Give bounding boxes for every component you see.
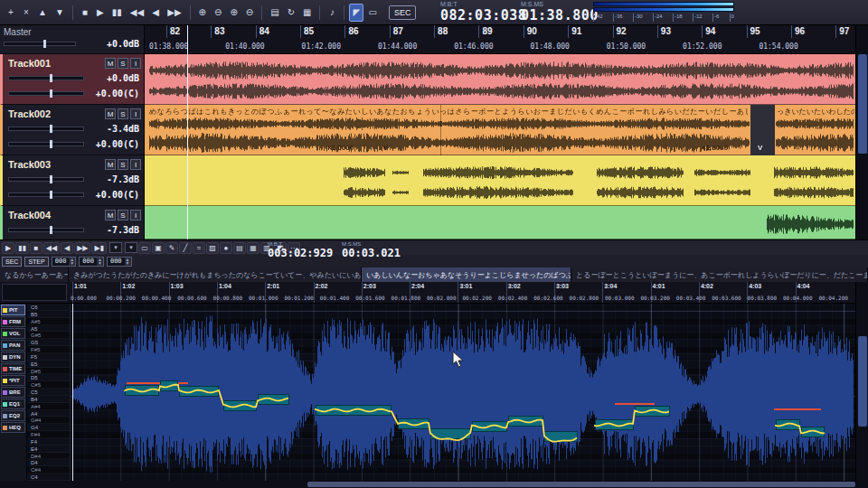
grid-view-icon[interactable]: ▦ (299, 4, 315, 22)
volume-fader[interactable] (8, 177, 84, 182)
zoom-out-horizontal-icon[interactable]: ⊖ (211, 4, 225, 22)
fast-forward-icon[interactable]: ▶▶ (164, 4, 184, 22)
item-select-tool-icon[interactable]: ▣ (152, 242, 165, 254)
track-header[interactable]: Track004MSI-7.3dB+0.00(C) (0, 206, 145, 239)
file-tab-2[interactable]: きみがつたうたがたのきみにーけがれもまちったのならこーていてー、やみたいにいあな… (69, 267, 362, 282)
input-monitor-button[interactable]: I (130, 159, 141, 170)
range-select-tool-icon[interactable]: ▭ (138, 242, 151, 254)
sec-mode-button[interactable]: SEC (389, 5, 417, 20)
horizontal-scrollbar[interactable] (0, 481, 868, 488)
solo-button[interactable]: S (118, 58, 128, 69)
pan-fader[interactable] (8, 91, 84, 96)
move-up-icon[interactable]: ▲ (34, 4, 51, 22)
add-track-icon[interactable]: + (4, 4, 18, 22)
param-time-button[interactable]: TIME (1, 363, 25, 374)
go-to-start-icon[interactable]: ◀◀ (127, 4, 147, 22)
zoom-out-vertical-icon[interactable]: ⊖ (242, 4, 257, 22)
go-to-start-icon[interactable]: ◀◀ (43, 242, 60, 254)
step-unit-button[interactable]: STEP (24, 257, 48, 267)
tracks-vertical-scrollbar[interactable] (855, 25, 868, 239)
pan-fader[interactable] (8, 142, 84, 146)
volume-fader[interactable] (8, 127, 84, 131)
solo-button[interactable]: S (118, 108, 128, 119)
param-color-swatch (3, 426, 7, 430)
param-dyn-button[interactable]: DYN (1, 352, 25, 362)
track-header[interactable]: Track002MSI-3.4dB+0.00(C) (0, 105, 145, 155)
value-spinner[interactable]: 000▲▼ (79, 257, 104, 267)
file-tab-3[interactable]: いあしいんなーおちゃあなそうりーよこじらませったのばつふーれって、なみたいいてあ… (362, 267, 571, 282)
param-xpit-button[interactable]: *PIT (1, 375, 25, 386)
zoom-in-horizontal-icon[interactable]: ⊕ (195, 4, 210, 22)
param-eq1-button[interactable]: EQ1 (1, 399, 25, 409)
pitch-editor-canvas[interactable] (71, 304, 855, 481)
file-tab-4[interactable]: とるーぼーとこうといぼーまうにー、あこーボーれしようらいぼーだりにー、だたこーま… (571, 267, 868, 282)
master-track-header[interactable]: Master +0.0dB (0, 25, 145, 54)
volume-fader[interactable] (8, 76, 84, 80)
piano-roll-view-icon[interactable]: ▤ (267, 4, 282, 22)
zoom-in-vertical-icon[interactable]: ⊕ (226, 4, 241, 22)
editor-scrollbar-thumb[interactable] (858, 336, 867, 427)
pause-icon[interactable]: ▮▮ (108, 4, 126, 22)
input-monitor-button[interactable]: I (130, 108, 141, 119)
input-monitor-button[interactable]: I (130, 58, 141, 69)
solo-button[interactable]: S (118, 159, 128, 170)
spinner-arrows[interactable]: ▲▼ (97, 258, 103, 266)
unit-dropdown[interactable]: ▾ (125, 242, 137, 253)
spinner-arrows[interactable]: ▲▼ (69, 258, 75, 266)
param-eq2-button[interactable]: EQ2 (1, 410, 25, 421)
loop-toggle-icon[interactable]: ↻ (284, 4, 298, 22)
grid-toggle-icon[interactable]: ▦ (247, 242, 259, 254)
stop-icon[interactable]: ■ (30, 242, 42, 254)
pointer-tool-icon[interactable]: ◤ (349, 4, 363, 22)
param-pit-button[interactable]: PIT (1, 305, 25, 315)
dot-tool-icon[interactable]: ● (220, 242, 232, 254)
editor-ruler[interactable]: 1:011:021:031:042:012:022:032:043:013:02… (0, 282, 868, 304)
param-bre-button[interactable]: BRE (1, 387, 25, 398)
param-heq-button[interactable]: HEQ (1, 422, 25, 433)
timeline-ruler[interactable]: 8283848586878889909192939495969701:38.00… (145, 25, 855, 54)
value-spinner[interactable]: 000▲▼ (107, 257, 132, 267)
step-forward-icon[interactable]: ▶▶ (74, 242, 90, 254)
remove-track-icon[interactable]: × (19, 4, 33, 22)
pencil-tool-icon[interactable]: ✎ (165, 242, 178, 254)
go-to-end-icon[interactable]: ▶▮ (91, 242, 107, 254)
move-down-icon[interactable]: ▼ (52, 4, 68, 22)
param-vol-button[interactable]: VOL (1, 328, 25, 339)
snap-toggle-icon[interactable]: ▤ (233, 242, 246, 254)
solo-button[interactable]: S (118, 210, 128, 221)
master-volume-fader[interactable] (4, 42, 76, 46)
horizontal-scrollbar-thumb[interactable] (307, 482, 855, 487)
line-tool-icon[interactable]: ╱ (179, 242, 192, 254)
mute-button[interactable]: M (105, 159, 116, 170)
mute-button[interactable]: M (105, 108, 116, 119)
input-monitor-button[interactable]: I (130, 210, 141, 221)
track-header[interactable]: Track001MSI+0.0dB+0.00(C) (0, 54, 145, 105)
step-back-icon[interactable]: ◀ (148, 4, 163, 22)
sec-unit-button[interactable]: SEC (2, 257, 22, 267)
param-pan-button[interactable]: PAN (1, 340, 25, 351)
play-icon[interactable]: ▶ (93, 4, 108, 22)
editor-time-label: 00:03.000 (605, 295, 635, 301)
snap-dropdown[interactable]: ▾ (109, 242, 122, 253)
volume-fader[interactable] (8, 228, 84, 232)
stop-icon[interactable]: ■ (78, 4, 92, 22)
bar-tick (344, 25, 345, 38)
value-spinner[interactable]: 000▲▼ (52, 257, 77, 267)
spinner-arrows[interactable]: ▲▼ (125, 258, 131, 266)
range-select-tool-icon[interactable]: ▭ (364, 4, 380, 22)
param-frm-button[interactable]: FRM (1, 316, 25, 327)
tracks-scrollbar-thumb[interactable] (858, 54, 867, 154)
track-header[interactable]: Track003MSI-7.3dB+0.00(C) (0, 155, 145, 206)
editor-vertical-scrollbar[interactable] (855, 282, 868, 481)
playhead-line[interactable] (187, 25, 188, 239)
mute-button[interactable]: M (105, 210, 116, 221)
curve-tool-icon[interactable]: ≈ (193, 242, 205, 254)
eraser-tool-icon[interactable]: ▨ (206, 242, 219, 254)
pan-fader[interactable] (8, 192, 84, 197)
mute-button[interactable]: M (105, 58, 116, 69)
file-tab-1[interactable]: なるからーあーあー….wav (0, 267, 69, 282)
play-icon[interactable]: ▶ (2, 242, 14, 254)
note-tool-icon[interactable]: ♪ (325, 4, 339, 22)
step-back-icon[interactable]: ◀ (61, 242, 73, 254)
pause-icon[interactable]: ▮▮ (15, 242, 29, 254)
